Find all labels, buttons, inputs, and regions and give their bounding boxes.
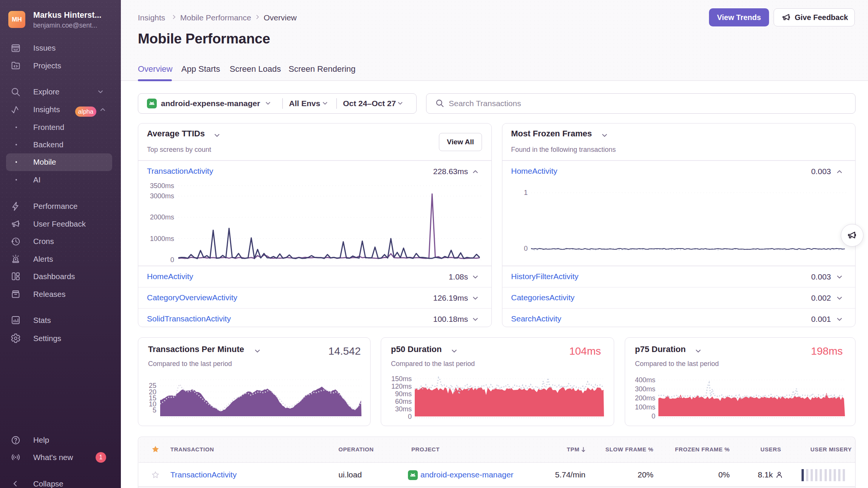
svg-text:300ms: 300ms (635, 385, 655, 393)
svg-text:200ms: 200ms (635, 394, 655, 402)
svg-text:100ms: 100ms (635, 403, 655, 411)
svg-text:0: 0 (652, 412, 655, 420)
svg-text:400ms: 400ms (635, 376, 655, 384)
